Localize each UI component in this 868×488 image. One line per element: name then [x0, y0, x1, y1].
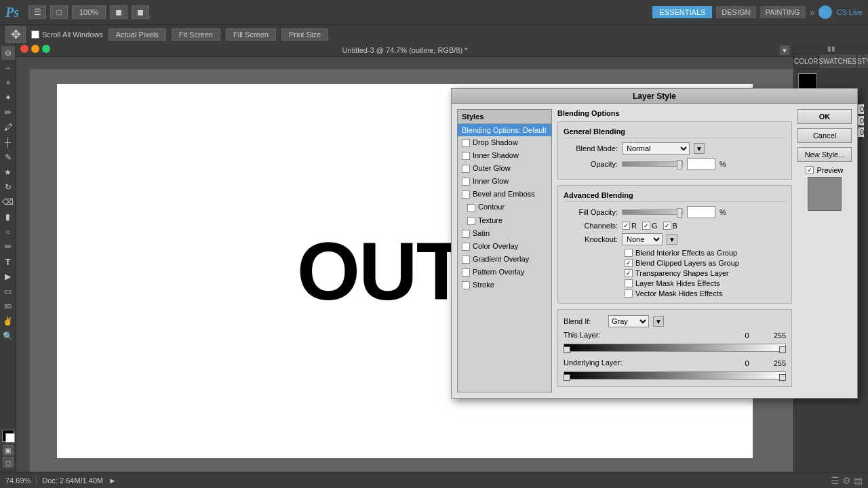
inner-shadow-check[interactable] [462, 152, 470, 160]
design-button[interactable]: DESIGN [716, 6, 755, 18]
preview-checkbox[interactable] [806, 166, 814, 174]
stroke-check[interactable] [462, 281, 470, 289]
r-channel-checkbox[interactable] [622, 222, 630, 230]
close-button[interactable] [20, 45, 28, 53]
bevel-emboss-item[interactable]: Bevel and Emboss [458, 188, 551, 201]
scroll-all-windows-option[interactable]: Scroll All Windows [31, 30, 103, 39]
maximize-button[interactable] [42, 45, 50, 53]
drop-shadow-item[interactable]: Drop Shadow [458, 136, 551, 149]
brush-tool[interactable]: ✎ [1, 150, 15, 164]
history-tool[interactable]: ↻ [1, 180, 15, 194]
arrangement-icon[interactable]: ◼ [110, 5, 127, 19]
panel-collapse[interactable]: ▮▮ [794, 43, 868, 54]
outer-glow-item[interactable]: Outer Glow [458, 162, 551, 175]
zoom-display[interactable]: 100% [72, 5, 106, 19]
contour-check[interactable] [467, 204, 475, 212]
blend-interior-check[interactable] [625, 249, 633, 257]
stamp-tool[interactable]: ★ [1, 165, 15, 179]
dodge-tool[interactable]: ○ [1, 225, 15, 239]
fill-opacity-input[interactable]: 100 [687, 206, 715, 218]
foreground-color[interactable] [2, 430, 14, 442]
print-size-button[interactable]: Print Size [281, 28, 328, 41]
inner-shadow-item[interactable]: Inner Shadow [458, 149, 551, 162]
blend-clipped-check[interactable] [625, 259, 633, 267]
blend-if-select[interactable]: Gray [608, 315, 649, 327]
blending-options-item[interactable]: Blending Options: Default [458, 124, 551, 136]
b-channel-checkbox[interactable] [663, 222, 671, 230]
type-tool[interactable]: T [1, 255, 15, 268]
gradient-overlay-item[interactable]: Gradient Overlay [458, 253, 551, 266]
extra-icon[interactable]: ◼ [132, 5, 149, 19]
view-icon[interactable]: □ [50, 5, 68, 19]
zoom-tool[interactable]: 🔍 [1, 329, 15, 343]
this-layer-right-handle[interactable] [779, 346, 786, 353]
cslive-label[interactable]: CS Live [836, 8, 863, 16]
pattern-overlay-check[interactable] [462, 268, 470, 277]
workspace-expand[interactable]: » [810, 7, 815, 18]
outer-glow-check[interactable] [462, 165, 470, 173]
heal-tool[interactable]: ┼ [1, 136, 15, 149]
select-tool[interactable]: ⎼ [1, 61, 15, 75]
blend-mode-arrow[interactable]: ▼ [694, 143, 705, 154]
color-overlay-check[interactable] [462, 243, 470, 251]
screen-mode-button[interactable]: ◻ [3, 457, 14, 468]
inner-glow-check[interactable] [462, 178, 470, 186]
drop-shadow-check[interactable] [462, 139, 470, 147]
eraser-tool[interactable]: ⌫ [1, 195, 15, 209]
magic-wand-tool[interactable]: ✦ [1, 91, 15, 104]
cancel-button[interactable]: Cancel [797, 128, 852, 143]
contour-item[interactable]: Contour [458, 201, 551, 214]
minimize-button[interactable] [31, 45, 39, 53]
opacity-slider[interactable] [622, 161, 683, 167]
texture-item[interactable]: Texture [458, 214, 551, 227]
stroke-item[interactable]: Stroke [458, 279, 551, 291]
g-channel-checkbox[interactable] [642, 222, 650, 230]
fill-screen-button[interactable]: Fill Screen [226, 28, 276, 41]
hand-tool[interactable]: ✌ [1, 314, 15, 328]
quick-mask-button[interactable]: ▣ [3, 445, 14, 455]
path-select-tool[interactable]: ▶ [1, 270, 15, 283]
gradient-overlay-check[interactable] [462, 256, 470, 264]
actual-pixels-button[interactable]: Actual Pixels [108, 28, 166, 41]
this-layer-left-handle[interactable] [564, 346, 570, 353]
knockout-select[interactable]: None [622, 233, 663, 245]
tab-styles[interactable]: STYLES [857, 54, 868, 68]
new-style-button[interactable]: New Style... [797, 147, 852, 162]
status-icon-2[interactable]: ⚙ [842, 475, 851, 486]
status-icon-1[interactable]: ☰ [831, 475, 840, 486]
layer-mask-check[interactable] [625, 279, 633, 287]
transparency-shapes-check[interactable] [625, 269, 633, 277]
pen-tool[interactable]: ✏ [1, 240, 15, 253]
tab-swatches[interactable]: SWATCHES [819, 54, 858, 68]
blend-if-arrow[interactable]: ▼ [653, 316, 664, 327]
color-overlay-item[interactable]: Color Overlay [458, 240, 551, 253]
panel-menu-icon[interactable]: ▼ [780, 45, 789, 55]
status-icon-3[interactable]: ▤ [854, 475, 863, 486]
ok-button[interactable]: OK [797, 109, 852, 124]
knockout-arrow[interactable]: ▼ [667, 234, 677, 245]
bevel-emboss-check[interactable] [462, 190, 470, 199]
3d-tool[interactable]: 3D [1, 300, 15, 313]
underlying-left-handle[interactable] [564, 374, 570, 381]
blend-mode-select[interactable]: Normal [622, 142, 690, 155]
fill-opacity-slider[interactable] [622, 209, 683, 215]
painting-button[interactable]: PAINTING [760, 6, 806, 18]
satin-item[interactable]: Satin [458, 227, 551, 240]
crop-tool[interactable]: ✏ [1, 106, 15, 119]
move-tool[interactable]: ⊖ [1, 46, 15, 60]
lasso-tool[interactable]: ⚬ [1, 76, 15, 89]
eyedropper-tool[interactable]: 🖍 [1, 121, 15, 134]
vector-mask-check[interactable] [625, 289, 633, 298]
underlying-right-handle[interactable] [779, 374, 786, 381]
pattern-overlay-item[interactable]: Pattern Overlay [458, 266, 551, 279]
inner-glow-item[interactable]: Inner Glow [458, 175, 551, 188]
file-icon[interactable]: ☰ [28, 5, 46, 19]
fit-screen-button[interactable]: Fit Screen [172, 28, 220, 41]
texture-check[interactable] [467, 217, 475, 225]
essentials-button[interactable]: ESSENTIALS [652, 6, 712, 18]
status-arrow[interactable]: ► [108, 476, 116, 485]
scroll-all-checkbox[interactable] [31, 30, 39, 39]
satin-check[interactable] [462, 230, 470, 238]
gradient-tool[interactable]: ▮ [1, 210, 15, 224]
shape-tool[interactable]: ▭ [1, 285, 15, 298]
